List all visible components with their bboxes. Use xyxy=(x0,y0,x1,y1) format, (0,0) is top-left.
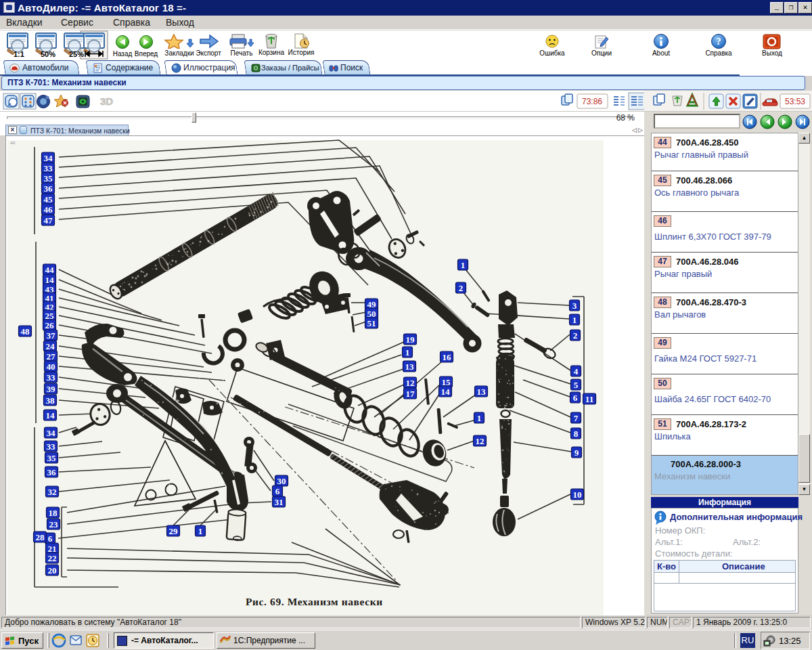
svg-text:25: 25 xyxy=(45,311,55,321)
svg-text:2: 2 xyxy=(573,330,578,341)
svg-text:14: 14 xyxy=(46,410,55,420)
svg-text:26: 26 xyxy=(45,320,55,330)
svg-text:8: 8 xyxy=(574,429,579,439)
svg-text:44: 44 xyxy=(45,265,55,275)
svg-text:18: 18 xyxy=(49,508,58,518)
svg-text:4: 4 xyxy=(574,366,579,376)
svg-text:33: 33 xyxy=(44,163,53,173)
svg-text:11: 11 xyxy=(585,394,593,404)
svg-text:16: 16 xyxy=(443,352,452,362)
svg-text:24: 24 xyxy=(46,341,55,351)
svg-text:12: 12 xyxy=(476,436,484,446)
svg-text:Рис. 69. Механизм навески: Рис. 69. Механизм навески xyxy=(246,596,383,607)
svg-text:3: 3 xyxy=(572,301,577,311)
svg-text:13: 13 xyxy=(405,362,415,372)
svg-text:14: 14 xyxy=(441,387,451,397)
svg-text:А0: А0 xyxy=(10,141,16,145)
svg-text:51: 51 xyxy=(367,318,376,328)
svg-text:6: 6 xyxy=(48,534,53,544)
svg-text:13: 13 xyxy=(477,387,487,397)
svg-text:36: 36 xyxy=(47,467,57,477)
svg-text:1: 1 xyxy=(405,347,410,358)
svg-text:22: 22 xyxy=(48,553,57,563)
svg-text:37: 37 xyxy=(47,330,56,341)
svg-text:33: 33 xyxy=(47,372,56,383)
svg-text:39: 39 xyxy=(47,384,56,394)
svg-text:17: 17 xyxy=(406,389,415,399)
svg-text:48: 48 xyxy=(21,326,30,337)
svg-text:1: 1 xyxy=(477,413,482,423)
svg-text:19: 19 xyxy=(406,334,415,345)
svg-text:35: 35 xyxy=(47,453,57,463)
svg-text:9: 9 xyxy=(574,448,579,458)
svg-text:28: 28 xyxy=(36,532,45,542)
svg-text:1:1: 1:1 xyxy=(14,50,24,58)
svg-text:1: 1 xyxy=(461,260,466,270)
svg-text:20: 20 xyxy=(48,565,57,576)
svg-text:36: 36 xyxy=(44,183,53,194)
svg-text:3D: 3D xyxy=(100,95,113,107)
svg-text:2: 2 xyxy=(459,283,464,293)
svg-text:10: 10 xyxy=(573,490,582,500)
svg-text:1: 1 xyxy=(572,315,577,325)
svg-text:38: 38 xyxy=(46,395,55,406)
svg-text:73:86: 73:86 xyxy=(582,97,602,106)
svg-text:6: 6 xyxy=(573,393,578,403)
svg-text:49: 49 xyxy=(367,299,377,309)
svg-text:27: 27 xyxy=(47,351,56,362)
svg-text:34: 34 xyxy=(44,153,53,163)
svg-text:45: 45 xyxy=(44,194,53,204)
svg-text:14: 14 xyxy=(45,275,55,285)
svg-text:31: 31 xyxy=(275,497,284,507)
svg-text:23: 23 xyxy=(49,519,59,529)
svg-text:53:53: 53:53 xyxy=(785,97,805,106)
svg-text:7: 7 xyxy=(574,413,579,423)
svg-text:33: 33 xyxy=(47,441,56,452)
svg-text:40: 40 xyxy=(47,362,55,372)
svg-text:29: 29 xyxy=(169,526,179,536)
svg-text:46: 46 xyxy=(44,204,53,215)
svg-text:35: 35 xyxy=(44,173,53,183)
svg-text:47: 47 xyxy=(44,215,53,225)
svg-text:30: 30 xyxy=(277,476,286,486)
svg-text:34: 34 xyxy=(47,428,56,438)
svg-text:21: 21 xyxy=(48,544,57,554)
svg-text:50: 50 xyxy=(367,309,376,319)
svg-text:12: 12 xyxy=(406,378,415,388)
svg-text:50%: 50% xyxy=(41,50,55,58)
svg-text:1: 1 xyxy=(198,526,203,536)
svg-text:5: 5 xyxy=(574,380,579,390)
svg-text:?: ? xyxy=(717,37,721,47)
svg-text:32: 32 xyxy=(48,487,57,497)
svg-text:6: 6 xyxy=(275,486,280,496)
svg-text:15: 15 xyxy=(442,377,451,387)
